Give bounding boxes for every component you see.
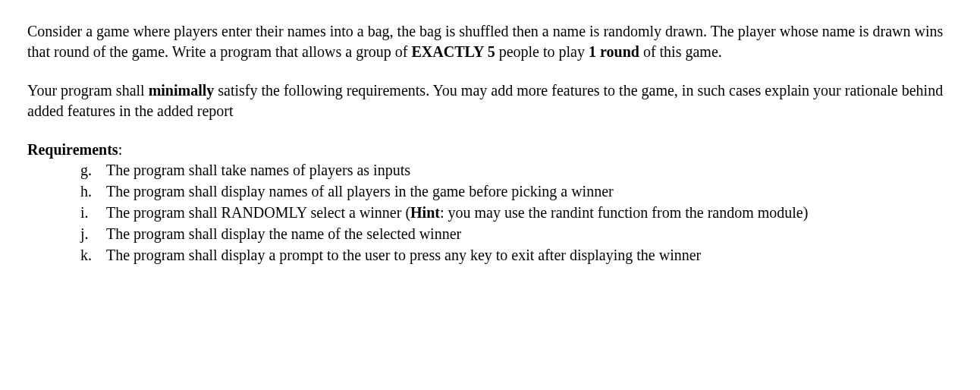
intro-bold-exactly5: EXACTLY 5 — [411, 43, 495, 60]
requirements-heading: Requirements — [27, 141, 118, 158]
requirement-marker: i. — [80, 203, 106, 223]
requirement-i-hint-bold: Hint — [410, 204, 440, 221]
requirement-i-part2: : you may use the randint function from … — [440, 204, 808, 221]
requirement-item-h: h. The program shall display names of al… — [80, 181, 953, 202]
requirement-item-j: j. The program shall display the name of… — [80, 224, 953, 244]
requirement-i-part1: The program shall RANDOMLY select a winn… — [106, 204, 410, 221]
intro-text-part2: people to play — [495, 43, 589, 60]
requirement-item-k: k. The program shall display a prompt to… — [80, 245, 953, 266]
requirement-text: The program shall display names of all p… — [106, 181, 953, 202]
requirements-section: Requirements: g. The program shall take … — [27, 140, 953, 266]
intro-text-part3: of this game. — [639, 43, 722, 60]
requirement-marker: h. — [80, 181, 106, 202]
requirement-text: The program shall take names of players … — [106, 160, 953, 181]
instructions-text-part1: Your program shall — [27, 82, 149, 99]
requirement-marker: k. — [80, 245, 106, 266]
requirements-colon: : — [118, 141, 123, 158]
intro-bold-1round: 1 round — [589, 43, 639, 60]
requirement-text: The program shall display the name of th… — [106, 224, 953, 244]
requirements-list: g. The program shall take names of playe… — [27, 160, 953, 266]
intro-paragraph: Consider a game where players enter thei… — [27, 21, 953, 62]
requirement-marker: j. — [80, 224, 106, 244]
requirements-heading-line: Requirements: — [27, 140, 953, 160]
instructions-paragraph: Your program shall minimally satisfy the… — [27, 80, 953, 121]
instructions-bold-minimally: minimally — [149, 82, 215, 99]
requirement-item-g: g. The program shall take names of playe… — [80, 160, 953, 181]
requirement-text: The program shall RANDOMLY select a winn… — [106, 203, 953, 223]
requirement-item-i: i. The program shall RANDOMLY select a w… — [80, 203, 953, 223]
requirement-text: The program shall display a prompt to th… — [106, 245, 953, 266]
requirement-marker: g. — [80, 160, 106, 181]
